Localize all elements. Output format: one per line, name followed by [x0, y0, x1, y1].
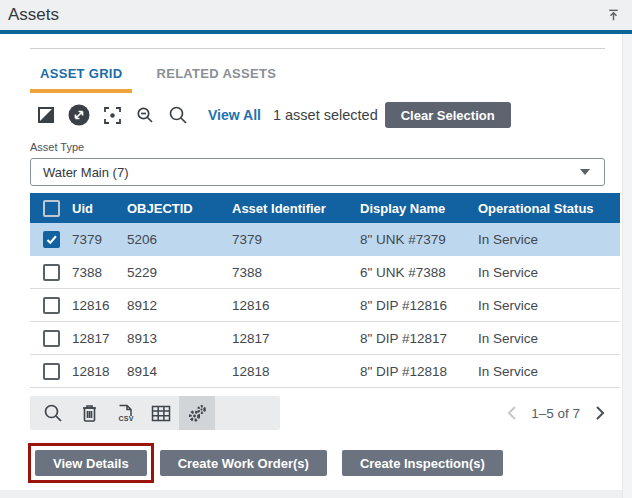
search-icon[interactable]	[166, 103, 190, 127]
column-header-operational-status[interactable]: Operational Status	[478, 201, 620, 216]
delete-icon[interactable]	[71, 396, 107, 430]
asset-type-value: Water Main (7)	[43, 165, 128, 180]
tab-label: ASSET GRID	[40, 66, 122, 81]
bottom-strip	[0, 490, 622, 498]
row-checkbox[interactable]	[43, 297, 60, 314]
zoom-out-icon[interactable]	[133, 103, 157, 127]
cell-asset-identifier: 7388	[232, 265, 360, 280]
cell-objectid: 5229	[127, 265, 232, 280]
cell-objectid: 8914	[127, 364, 232, 379]
create-work-orders-button[interactable]: Create Work Order(s)	[160, 450, 327, 476]
cell-uid: 12817	[72, 331, 127, 346]
row-checkbox[interactable]	[43, 330, 60, 347]
export-csv-icon[interactable]: CSV	[107, 396, 143, 430]
chevron-down-icon	[580, 169, 590, 175]
grid-toolbar: CSV	[30, 396, 280, 430]
table-row[interactable]: 12816 8912 12816 8" DIP #12816 In Servic…	[30, 289, 620, 322]
column-header-display-name[interactable]: Display Name	[360, 201, 478, 216]
view-all-link[interactable]: View All	[208, 107, 261, 123]
cell-operational-status: In Service	[478, 265, 620, 280]
cell-display-name: 8" UNK #7379	[360, 232, 478, 247]
assets-panel: Assets ASSET GRID RELATED ASSETS	[0, 0, 632, 498]
contrast-toggle-icon[interactable]	[34, 103, 58, 127]
pan-mode-icon[interactable]	[67, 103, 91, 127]
cell-asset-identifier: 12816	[232, 298, 360, 313]
zoom-to-selection-icon[interactable]	[100, 103, 124, 127]
table-row[interactable]: 12818 8914 12818 8" DIP #12818 In Servic…	[30, 355, 620, 388]
row-checkbox[interactable]	[43, 363, 60, 380]
tab-bar: ASSET GRID RELATED ASSETS	[30, 60, 622, 93]
table-row[interactable]: 7379 5206 7379 8" UNK #7379 In Service	[30, 223, 620, 256]
cell-objectid: 5206	[127, 232, 232, 247]
cell-asset-identifier: 12818	[232, 364, 360, 379]
table-header-row: Uid OBJECTID Asset Identifier Display Na…	[30, 193, 620, 223]
cell-operational-status: In Service	[478, 331, 620, 346]
tab-related-assets[interactable]: RELATED ASSETS	[146, 60, 286, 93]
grid-footer: CSV	[30, 396, 620, 430]
table-icon[interactable]	[143, 396, 179, 430]
svg-text:CSV: CSV	[119, 415, 134, 422]
cell-display-name: 6" UNK #7388	[360, 265, 478, 280]
asset-type-label: Asset Type	[30, 141, 622, 153]
table-row[interactable]: 12817 8913 12817 8" DIP #12817 In Servic…	[30, 322, 620, 355]
view-details-button[interactable]: View Details	[35, 450, 147, 476]
column-header-uid[interactable]: Uid	[72, 201, 127, 216]
cell-uid: 12816	[72, 298, 127, 313]
cell-display-name: 8" DIP #12818	[360, 364, 478, 379]
column-header-objectid[interactable]: OBJECTID	[127, 201, 232, 216]
cell-operational-status: In Service	[478, 298, 620, 313]
highlight-annotation-box: View Details	[28, 443, 154, 483]
asset-table: Uid OBJECTID Asset Identifier Display Na…	[30, 193, 620, 388]
select-all-checkbox[interactable]	[43, 200, 60, 217]
cell-uid: 7379	[72, 232, 127, 247]
cell-uid: 12818	[72, 364, 127, 379]
next-page-icon[interactable]	[590, 403, 610, 423]
row-checkbox[interactable]	[43, 264, 60, 281]
pagination-label: 1–5 of 7	[531, 406, 580, 421]
search-icon[interactable]	[35, 396, 71, 430]
cell-operational-status: In Service	[478, 232, 620, 247]
panel-content: ASSET GRID RELATED ASSETS	[0, 34, 622, 490]
cell-operational-status: In Service	[478, 364, 620, 379]
row-checkbox[interactable]	[43, 231, 60, 248]
map-toolbar: View All 1 asset selected Clear Selectio…	[34, 100, 622, 130]
cell-uid: 7388	[72, 265, 127, 280]
action-buttons-row: View Details Create Work Order(s) Create…	[28, 443, 622, 483]
pagination: 1–5 of 7	[501, 403, 620, 423]
divider	[30, 48, 605, 49]
previous-page-icon[interactable]	[501, 403, 521, 423]
table-body: 7379 5206 7379 8" UNK #7379 In Service 7…	[30, 223, 620, 388]
asset-type-select[interactable]: Water Main (7)	[30, 158, 605, 186]
cell-display-name: 8" DIP #12816	[360, 298, 478, 313]
tab-label: RELATED ASSETS	[156, 66, 276, 81]
right-gutter	[622, 34, 632, 498]
cell-asset-identifier: 7379	[232, 232, 360, 247]
cell-objectid: 8913	[127, 331, 232, 346]
cell-asset-identifier: 12817	[232, 331, 360, 346]
clear-selection-button[interactable]: Clear Selection	[385, 102, 511, 128]
panel-header: Assets	[0, 0, 632, 30]
create-inspections-button[interactable]: Create Inspection(s)	[342, 450, 503, 476]
settings-gears-icon[interactable]	[179, 396, 215, 430]
cell-display-name: 8" DIP #12817	[360, 331, 478, 346]
page-title: Assets	[8, 5, 59, 25]
tab-asset-grid[interactable]: ASSET GRID	[30, 60, 132, 93]
column-header-asset-identifier[interactable]: Asset Identifier	[232, 201, 360, 216]
selection-status: 1 asset selected	[273, 107, 378, 123]
cell-objectid: 8912	[127, 298, 232, 313]
collapse-up-icon[interactable]	[604, 6, 622, 24]
table-row[interactable]: 7388 5229 7388 6" UNK #7388 In Service	[30, 256, 620, 289]
